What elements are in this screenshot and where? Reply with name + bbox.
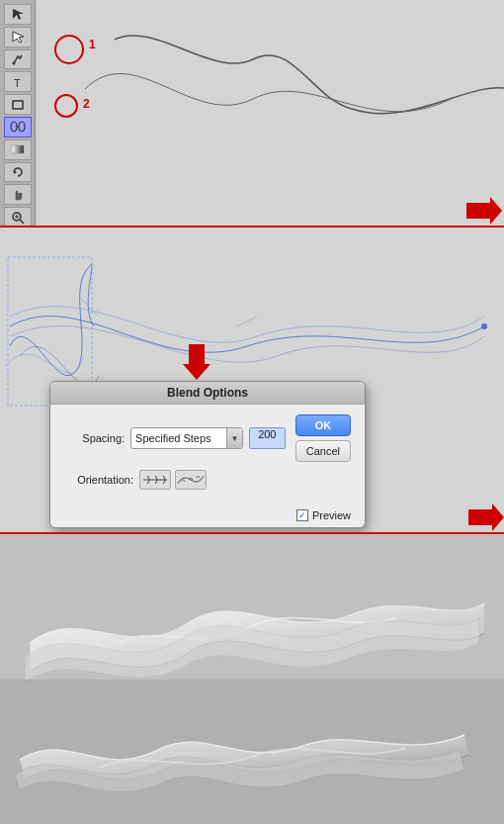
- tool-direct-select[interactable]: [4, 27, 32, 47]
- tool-arrow[interactable]: [4, 4, 32, 25]
- blend-options-dialog: Blend Options Spacing: Specified Steps ▼…: [49, 381, 366, 528]
- render-bottom: [0, 681, 504, 824]
- tool-gradient[interactable]: [4, 139, 32, 160]
- svg-point-5: [11, 122, 17, 132]
- render-bottom-svg: [0, 681, 504, 824]
- orientation-label: Orientation:: [64, 474, 133, 486]
- svg-marker-9: [14, 170, 17, 174]
- cancel-button[interactable]: Cancel: [295, 440, 351, 462]
- svg-line-17: [237, 317, 257, 326]
- svg-marker-19: [183, 344, 210, 380]
- tool-rotate[interactable]: [4, 162, 32, 183]
- orientation-align-path[interactable]: [175, 470, 207, 490]
- spacing-label: Spacing:: [64, 432, 125, 444]
- svg-text:T: T: [14, 77, 21, 89]
- svg-marker-1: [13, 32, 24, 43]
- dialog-buttons: OK Cancel: [295, 414, 351, 462]
- spacing-value-input[interactable]: 200: [249, 427, 286, 449]
- arrow-down-to-dialog: [183, 344, 210, 384]
- svg-point-6: [19, 122, 25, 132]
- orientation-row: Orientation:: [64, 470, 351, 490]
- spacing-row: Spacing: Specified Steps ▼ 200 OK Cancel: [64, 414, 351, 462]
- section-mid: Blend Options Spacing: Specified Steps ▼…: [0, 228, 504, 534]
- section-bottom: [0, 534, 504, 824]
- svg-rect-8: [12, 145, 24, 153]
- tool-pen[interactable]: [4, 49, 32, 70]
- tool-rect[interactable]: [4, 94, 32, 115]
- dialog-body: Spacing: Specified Steps ▼ 200 OK Cancel…: [50, 405, 365, 507]
- preview-checkbox[interactable]: ✓: [296, 509, 308, 521]
- render-top: [0, 534, 504, 681]
- orientation-align-page[interactable]: [139, 470, 171, 490]
- toolbar: T: [0, 0, 36, 228]
- tool-blend[interactable]: [4, 117, 32, 137]
- annotation-circle-1: [54, 35, 84, 64]
- tool-hand[interactable]: [4, 184, 32, 205]
- svg-line-11: [20, 220, 24, 224]
- svg-point-15: [481, 323, 487, 329]
- svg-rect-4: [13, 101, 23, 109]
- annotation-num-1: 1: [89, 38, 96, 51]
- section-top: T 1: [0, 0, 504, 228]
- annotation-circle-2: [54, 94, 78, 118]
- svg-point-2: [12, 61, 15, 64]
- top-canvas-svg: [36, 0, 504, 228]
- tool-type[interactable]: T: [4, 71, 32, 92]
- render-top-svg: [0, 534, 504, 681]
- preview-row: ✓ Preview: [50, 507, 365, 527]
- spacing-select-arrow[interactable]: ▼: [226, 428, 242, 448]
- spacing-option: Specified Steps: [131, 432, 226, 444]
- dialog-title: Blend Options: [50, 382, 365, 405]
- tool-zoom[interactable]: [4, 207, 32, 228]
- svg-marker-14: [466, 197, 502, 225]
- preview-label: Preview: [312, 509, 351, 521]
- svg-marker-21: [468, 504, 504, 531]
- arrow-right-mid: [464, 503, 504, 532]
- annotation-num-2: 2: [83, 97, 90, 111]
- spacing-select[interactable]: Specified Steps ▼: [130, 427, 243, 449]
- svg-marker-0: [13, 9, 24, 20]
- arrow-right-top: [464, 196, 504, 226]
- ok-button[interactable]: OK: [295, 414, 351, 436]
- orientation-icons: [139, 470, 207, 490]
